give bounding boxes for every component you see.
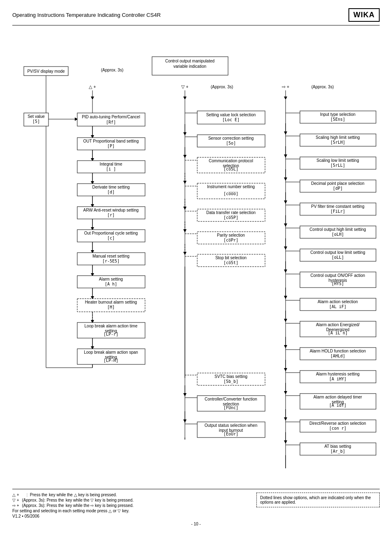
svg-text:[co̅Pr]: [co̅Pr] (224, 238, 238, 242)
svg-rect-167 (300, 203, 376, 215)
svg-text:[5Ens]: [5Ens] (330, 117, 345, 122)
svg-marker-147 (284, 131, 287, 135)
svg-text:[co̅5t]: [co̅5t] (224, 260, 238, 265)
svg-marker-21 (75, 117, 78, 121)
svg-text:[AHLd]: [AHLd] (330, 354, 345, 358)
svg-marker-110 (183, 229, 187, 233)
svg-text:Sensor correction setting: Sensor correction setting (208, 136, 254, 140)
svg-text:[c]: [c] (107, 236, 115, 240)
svg-text:setting: setting (105, 329, 117, 333)
svg-text:Alarm setting: Alarm setting (99, 277, 123, 281)
svg-rect-235 (24, 113, 48, 126)
svg-text:Controller/Converter function: Controller/Converter function (205, 397, 257, 401)
svg-marker-66 (91, 320, 94, 323)
header: Operating Instructions Temperature Indic… (12, 8, 380, 25)
svg-marker-190 (284, 296, 287, 299)
svg-rect-217 (300, 394, 376, 409)
svg-text:Derivate time setting: Derivate time setting (92, 185, 129, 189)
svg-text:Set value: Set value (28, 114, 45, 119)
svg-text:Stop bit selection: Stop bit selection (215, 256, 247, 260)
arrow-key-desc: key while the ⇨ key is being pressed. (66, 503, 134, 508)
svg-marker-196 (284, 319, 287, 322)
svg-text:Scaling high limit setting: Scaling high limit setting (316, 135, 360, 140)
svg-text:PID auto-tuning Perform/Cancel: PID auto-tuning Perform/Cancel (82, 115, 140, 119)
svg-rect-5 (24, 67, 68, 76)
svg-text:Heater burnout alarm setting: Heater burnout alarm setting (85, 300, 137, 304)
svg-rect-3 (92, 67, 131, 74)
svg-text:selection: selection (223, 164, 239, 168)
svg-text:Control output ON/OFF action: Control output ON/OFF action (311, 273, 365, 278)
svg-rect-211 (300, 371, 376, 383)
svg-rect-173 (300, 226, 376, 238)
svg-text:[EoU̅r]: [EoU̅r] (224, 431, 238, 436)
svg-rect-129 (197, 396, 265, 411)
svg-rect-143 (300, 111, 376, 123)
svg-marker-46 (91, 227, 94, 230)
svg-text:[co̅5L]: [co̅5L] (224, 167, 238, 171)
svg-text:Alarm action delayed timer: Alarm action delayed timer (314, 395, 362, 399)
svg-text:setting: setting (332, 400, 344, 404)
svg-text:Loop break alarm action time: Loop break alarm action time (85, 324, 138, 328)
svg-text:[r]: [r] (107, 213, 115, 217)
svg-text:[con r]: [con r] (329, 426, 346, 431)
svg-rect-136 (197, 422, 265, 438)
svg-text:[5o]: [5o] (226, 141, 236, 145)
svg-rect-73 (77, 349, 145, 364)
svg-text:[oLL]: [oLL] (332, 255, 344, 260)
svg-text:selection: selection (223, 402, 239, 406)
svg-marker-17 (284, 97, 287, 100)
svg-text:[co̅o̅o̅]: [co̅o̅o̅] (224, 191, 238, 196)
svg-text:[5]: [5] (32, 119, 40, 124)
svg-text:Loop break alarm action span: Loop break alarm action span (84, 350, 138, 355)
svg-text:SVTC bias setting: SVTC bias setting (214, 374, 247, 379)
svg-marker-72 (91, 346, 94, 350)
svg-text:[LP-r]: [LP-r] (104, 332, 118, 336)
svg-text:PV/SV display mode: PV/SV display mode (27, 69, 65, 74)
svg-text:ARW Anti-reset windup setting: ARW Anti-reset windup setting (83, 208, 139, 212)
svg-marker-165 (284, 200, 287, 204)
symbol-arrow: ⇨ + (12, 503, 19, 508)
svg-marker-171 (284, 223, 287, 227)
svg-rect-93 (197, 157, 265, 173)
svg-marker-85 (183, 132, 187, 136)
setting-note: For setting and selecting in each settin… (12, 509, 129, 513)
svg-text:Alarm action selection: Alarm action selection (318, 299, 358, 304)
svg-rect-118 (197, 254, 265, 267)
svg-text:OUT Proportional band setting: OUT Proportional band setting (83, 139, 139, 143)
svg-rect-22 (77, 113, 145, 126)
svg-marker-215 (284, 391, 287, 394)
svg-text:Decimal point place selection: Decimal point place selection (311, 181, 364, 186)
svg-text:[5b_b]: [5b_b] (224, 379, 238, 384)
svg-marker-134 (183, 419, 187, 423)
svg-marker-98 (183, 181, 187, 184)
symbol-arrow-desc: (Approx. 3s): Press the (21, 503, 64, 508)
svg-text:AT bias setting: AT bias setting (324, 444, 351, 449)
diagram-lines: Control output manipulated variable indi… (12, 33, 380, 485)
svg-text:[Ar_b]: [Ar_b] (330, 449, 345, 454)
svg-rect-52 (77, 253, 145, 265)
svg-rect-0 (152, 57, 228, 75)
svg-text:[HYS]: [HYS] (332, 281, 344, 286)
svg-text:(Approx. 3s): (Approx. 3s) (311, 85, 334, 89)
page-number: - 10 - (12, 522, 380, 526)
svg-text:[LP-H]: [LP-H] (104, 358, 118, 363)
svg-text:[A h]: [A h] (105, 282, 117, 286)
svg-rect-42 (77, 207, 145, 219)
svg-text:[d]: [d] (107, 190, 115, 194)
svg-rect-179 (300, 249, 376, 261)
svg-rect-224 (300, 420, 376, 432)
svg-marker-56 (91, 273, 94, 276)
svg-text:input burnout: input burnout (219, 428, 243, 433)
svg-marker-51 (91, 250, 94, 253)
svg-text:hysteresis: hysteresis (328, 278, 347, 283)
svg-marker-31 (91, 158, 94, 161)
triangle-key-desc: key while the △ key is being pressed. (49, 493, 117, 497)
symbol-triangle-desc: : Press the (21, 493, 47, 497)
svg-text:▽ +: ▽ + (181, 84, 188, 89)
nabla-key-desc: key while the ▽ key is being pressed. (66, 498, 134, 502)
symbol-nabla: ▽ + (12, 498, 19, 502)
svg-rect-106 (197, 209, 265, 221)
svg-text:(Approx. 3s): (Approx. 3s) (101, 68, 123, 72)
svg-text:[FiLr]: [FiLr] (330, 209, 345, 214)
svg-text:Parity selection: Parity selection (217, 233, 245, 237)
